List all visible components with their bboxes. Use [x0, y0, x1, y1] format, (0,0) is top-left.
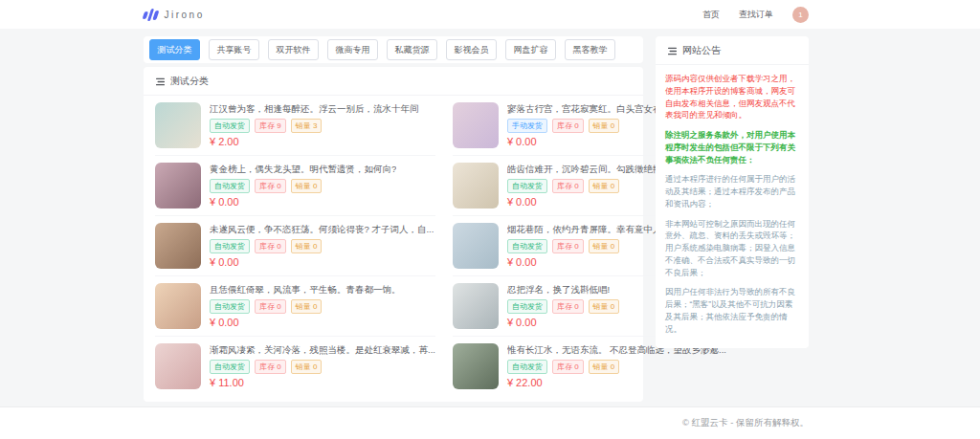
sales-badge: 销量 3	[291, 119, 323, 133]
tab-dual-open-software[interactable]: 双开软件	[268, 39, 319, 60]
product-badges: 自动发货 库存 0 销量 0	[210, 299, 401, 314]
tab-hacker-teaching[interactable]: 黑客教学	[565, 39, 615, 60]
stock-badge: 库存 0	[255, 299, 286, 314]
notice-paragraph: 除注明之服务条款外，对用户使用本程序时发生的包括但不限于下列有关事项依法不负任何…	[665, 129, 799, 165]
product-badges: 自动发货 库存 0 销量 0	[210, 239, 434, 253]
sales-badge: 销量 0	[589, 299, 620, 314]
product-price: ¥ 0.00	[210, 256, 434, 268]
product-price: ¥ 0.00	[210, 196, 396, 208]
product-price: ¥ 2.00	[210, 136, 419, 147]
product-thumbnail	[155, 163, 201, 209]
product-price: ¥ 22.00	[507, 377, 726, 388]
product-thumbnail	[155, 223, 201, 269]
product-card[interactable]: 未遂风云便，争不恣狂荡。何须论得丧? 才子词人，自... 自动发货 库存 0 销…	[155, 216, 435, 276]
stock-badge: 库存 0	[552, 299, 584, 314]
sales-badge: 销量 0	[291, 360, 323, 374]
product-grid: 江汉曾为客，相逢每醉还。浮云一别后，流水十年间 自动发货 库存 9 销量 3 ¥…	[144, 96, 643, 396]
delivery-badge: 自动发货	[210, 119, 250, 133]
product-badges: 自动发货 库存 0 销量 0	[507, 299, 619, 314]
product-list-card: 测试分类 江汉曾为客，相逢每醉还。浮云一别后，流水十年间 自动发货 库存 9 销…	[144, 67, 643, 402]
nav-home-link[interactable]: 首页	[702, 9, 720, 21]
product-thumbnail	[453, 223, 499, 269]
product-badges: 自动发货 库存 0 销量 0	[507, 360, 726, 374]
stock-badge: 库存 0	[552, 360, 584, 374]
product-title: 江汉曾为客，相逢每醉还。浮云一别后，流水十年间	[210, 103, 419, 116]
product-thumbnail	[155, 102, 201, 148]
tab-shared-accounts[interactable]: 共享账号	[209, 39, 259, 60]
product-price: ¥ 0.00	[507, 317, 619, 328]
stock-badge: 库存 0	[255, 239, 286, 253]
product-title: 且恁偎红倚翠，风流事，平生畅。青春都一饷。	[210, 284, 401, 296]
tab-private-sources[interactable]: 私藏货源	[387, 39, 437, 60]
site-logo[interactable]: Jirono	[144, 9, 205, 21]
tab-test-category[interactable]: 测试分类	[149, 39, 200, 60]
tab-video-vip[interactable]: 影视会员	[446, 39, 497, 60]
product-thumbnail	[155, 343, 201, 389]
product-badges: 自动发货 库存 0 销量 0	[210, 179, 396, 193]
content-area: 测试分类 共享账号 双开软件 微商专用 私藏货源 影视会员 网盘扩容 黑客教学 …	[144, 36, 809, 406]
stock-badge: 库存 0	[552, 239, 584, 253]
product-thumbnail	[453, 283, 499, 329]
logo-slashes-icon	[142, 9, 160, 21]
announcement-icon	[667, 46, 678, 56]
main-column: 测试分类 共享账号 双开软件 微商专用 私藏货源 影视会员 网盘扩容 黑客教学 …	[144, 36, 643, 406]
notice-paragraph: 因用户任何非法行为导致的所有不良后果；“黑客”以及其他不可抗力因素及其后果；其他…	[665, 286, 799, 335]
sales-badge: 销量 0	[291, 299, 323, 314]
notice-paragraph: 通过本程序进行的任何属于用户的活动及其结果；通过本程序发布的产品和资讯内容；	[665, 173, 799, 209]
product-card[interactable]: 黄金榜上，偶失龙头望。明代暂遗贤，如何向? 自动发货 库存 0 销量 0 ¥ 0…	[155, 156, 435, 216]
delivery-badge: 自动发货	[210, 299, 250, 314]
product-badges: 自动发货 库存 9 销量 3	[210, 119, 419, 133]
user-avatar[interactable]: 1	[792, 7, 809, 23]
product-title: 忍把浮名，换了浅斟低唱!	[507, 284, 619, 296]
sales-badge: 销量 0	[589, 119, 620, 133]
delivery-badge: 手动发货	[507, 119, 547, 133]
tab-netdisk-expand[interactable]: 网盘扩容	[505, 39, 556, 60]
logo-text: Jirono	[165, 10, 205, 20]
product-thumbnail	[453, 163, 499, 209]
copyright-text: © 红盟云卡 - 保留所有解释权。	[144, 417, 809, 429]
product-card[interactable]: 江汉曾为客，相逢每醉还。浮云一别后，流水十年间 自动发货 库存 9 销量 3 ¥…	[155, 96, 435, 156]
product-title: 未遂风云便，争不恣狂荡。何须论得丧? 才子词人，自...	[210, 224, 434, 236]
stock-badge: 库存 0	[255, 179, 286, 193]
category-tabs: 测试分类 共享账号 双开软件 微商专用 私藏货源 影视会员 网盘扩容 黑客教学	[144, 36, 643, 63]
stock-badge: 库存 9	[255, 119, 286, 133]
delivery-badge: 自动发货	[210, 179, 250, 193]
delivery-badge: 自动发货	[507, 360, 547, 374]
stock-badge: 库存 0	[552, 179, 584, 193]
notice-paragraph: 源码内容仅供创业者下载学习之用，使用本程序开设的博客商城，网友可自由发布相关信息…	[665, 73, 799, 121]
category-icon	[155, 77, 166, 87]
product-title: 渐霜风凄紧，关河冷落，残照当楼。是处红衰翠减，苒...	[210, 344, 435, 357]
sales-badge: 销量 0	[291, 179, 323, 193]
delivery-badge: 自动发货	[507, 179, 547, 193]
announcement-title: 网站公告	[682, 44, 721, 57]
delivery-badge: 自动发货	[210, 360, 250, 374]
sales-badge: 销量 0	[589, 239, 620, 253]
stock-badge: 库存 0	[552, 119, 584, 133]
product-price: ¥ 11.00	[210, 377, 435, 388]
stock-badge: 库存 0	[255, 360, 286, 374]
delivery-badge: 自动发货	[210, 239, 250, 253]
announcement-body: 源码内容仅供创业者下载学习之用，使用本程序开设的博客商城，网友可自由发布相关信息…	[656, 65, 809, 348]
sales-badge: 销量 0	[589, 360, 620, 374]
product-title: 黄金榜上，偶失龙头望。明代暂遗贤，如何向?	[210, 164, 396, 176]
sales-badge: 销量 0	[291, 239, 323, 253]
product-badges: 自动发货 库存 0 销量 0	[210, 360, 435, 374]
top-header: Jirono 首页 查找订单 1	[0, 0, 980, 29]
product-thumbnail	[453, 343, 499, 389]
product-thumbnail	[453, 102, 499, 148]
nav-find-order-link[interactable]: 查找订单	[739, 9, 773, 21]
sales-badge: 销量 0	[589, 179, 620, 193]
announcement-header: 网站公告	[656, 36, 809, 65]
product-card[interactable]: 且恁偎红倚翠，风流事，平生畅。青春都一饷。 自动发货 库存 0 销量 0 ¥ 0…	[155, 276, 435, 337]
delivery-badge: 自动发货	[507, 299, 547, 314]
tab-wechat-business[interactable]: 微商专用	[327, 39, 378, 60]
page-footer: © 红盟云卡 - 保留所有解释权。	[0, 406, 980, 439]
announcement-card: 网站公告 源码内容仅供创业者下载学习之用，使用本程序开设的博客商城，网友可自由发…	[656, 36, 809, 348]
product-price: ¥ 0.00	[210, 317, 401, 328]
notice-paragraph: 非本网站可控制之原因而出现的任何意外、疏忽、资料的丢失或毁坏等；用户系统感染电脑…	[665, 218, 799, 279]
section-header: 测试分类	[144, 67, 643, 96]
section-title: 测试分类	[170, 75, 209, 88]
top-nav: 首页 查找订单 1	[702, 7, 809, 23]
product-card[interactable]: 渐霜风凄紧，关河冷落，残照当楼。是处红衰翠减，苒... 自动发货 库存 0 销量…	[155, 337, 435, 396]
product-thumbnail	[155, 283, 201, 329]
